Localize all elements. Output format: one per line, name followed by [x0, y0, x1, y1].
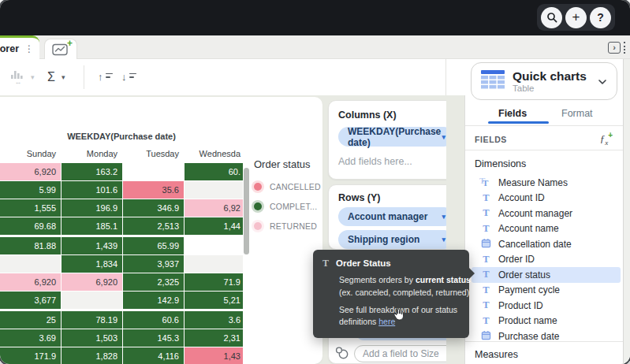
pill-caret-icon[interactable]: ▾	[442, 236, 445, 243]
legend-item[interactable]: CANCELLED	[254, 176, 322, 196]
heatmap-cell[interactable]: 145.3	[123, 329, 184, 347]
tab-explorer[interactable]: lorer ⋮	[0, 35, 39, 59]
active-tab-underline	[488, 121, 549, 124]
heatmap-cell[interactable]: 3,937	[123, 255, 184, 273]
field-item-purchase-date[interactable]: Purchase date	[472, 329, 621, 341]
heatmap-cell[interactable]: 196.9	[62, 199, 122, 217]
heatmap-cell[interactable]: 5,21	[185, 292, 243, 309]
chart-type-caret[interactable]: ▾	[31, 59, 35, 95]
tab-format[interactable]: Format	[561, 108, 593, 119]
field-item-account-name[interactable]: TAccount name	[472, 221, 621, 237]
chevron-down-icon[interactable]	[598, 74, 607, 88]
collapse-panel-button[interactable]: ›	[608, 42, 625, 54]
legend-item[interactable]: RETURNED	[254, 216, 322, 236]
heatmap-cell[interactable]: 6,920	[0, 273, 61, 291]
legend: Order status CANCELLEDCOMPLET...RETURNED	[254, 158, 322, 236]
heatmap-cell[interactable]: 69.68	[0, 217, 61, 235]
sort-descending-button[interactable]: ↓	[121, 59, 136, 95]
pill-caret-icon[interactable]: ▾	[442, 213, 445, 221]
heatmap-cell[interactable]: 60.	[185, 163, 243, 180]
heatmap-cell[interactable]: 6,920	[62, 273, 122, 291]
heatmap-cell[interactable]: 1,439	[62, 237, 122, 254]
new-chart-tab[interactable]: +	[44, 39, 77, 60]
field-item-product-name[interactable]: TProduct name	[472, 314, 621, 329]
columns-add-field-placeholder[interactable]: Add fields here...	[338, 156, 453, 167]
heatmap-cell[interactable]	[185, 237, 243, 254]
heatmap-cell[interactable]: 1,828	[62, 347, 122, 364]
rows-field-pill[interactable]: Account manager▾	[338, 207, 453, 226]
field-item-account-manager[interactable]: TAccount manager	[472, 206, 621, 221]
heatmap-cell[interactable]: 3.69	[0, 329, 61, 347]
heatmap-cell[interactable]: 1,43	[185, 347, 243, 364]
heatmap-cell[interactable]: 4,116	[123, 347, 184, 364]
field-item-payment-cycle[interactable]: TPayment cycle	[472, 283, 621, 299]
heatmap-cell[interactable]: 71.9	[185, 273, 243, 291]
heatmap-column-field-title: WEEKDAY(Purchase date)	[0, 132, 243, 141]
heatmap-cell[interactable]: 6,92	[185, 199, 243, 217]
heatmap-cell[interactable]: 185.1	[62, 217, 122, 235]
rows-field-pill[interactable]: Shipping region▾	[338, 230, 453, 249]
heatmap-cell[interactable]: 1,44	[185, 217, 243, 235]
heatmap-cell[interactable]: 1,503	[62, 329, 122, 347]
heatmap-cell[interactable]	[0, 255, 61, 273]
field-item-account-id[interactable]: TAccount ID	[472, 191, 621, 206]
legend-item[interactable]: COMPLET...	[254, 196, 322, 216]
chart-type-picker[interactable]: Quick charts Table	[471, 62, 617, 100]
heatmap-cell[interactable]: 163.2	[62, 163, 122, 180]
pill-caret-icon[interactable]: ▾	[442, 133, 445, 141]
text-type-icon: T	[481, 192, 491, 204]
help-button[interactable]: ?	[590, 7, 611, 28]
heatmap-cell[interactable]: 60.6	[123, 311, 184, 329]
heatmap-cell[interactable]	[62, 292, 122, 309]
heatmap-cell[interactable]: 81.88	[0, 237, 61, 254]
heatmap-cell[interactable]: 2,325	[123, 273, 184, 291]
search-button[interactable]	[541, 7, 562, 28]
panel-divider	[446, 125, 630, 126]
tooltip-arrow	[468, 267, 475, 280]
heatmap-cell[interactable]: 142.9	[123, 292, 184, 309]
field-item-cancellation-date[interactable]: Cancellation date	[472, 236, 621, 252]
heatmap-cell[interactable]: 25	[0, 311, 61, 329]
size-field-input[interactable]: Add a field to Size	[354, 345, 457, 362]
kebab-menu-icon[interactable]: ⋮	[24, 44, 34, 54]
add-formula-icon[interactable]: ƒx+	[600, 131, 613, 147]
chart-add-icon: +	[52, 43, 69, 56]
chart-type-button[interactable]: ↔	[10, 59, 26, 95]
tab-fields[interactable]: Fields	[498, 108, 527, 119]
heatmap-cell[interactable]: 5.99	[0, 181, 61, 199]
heatmap-cell[interactable]: 78.19	[62, 311, 122, 329]
heatmap-cell[interactable]	[185, 255, 243, 273]
text-type-icon: T	[481, 207, 491, 219]
heatmap-cell[interactable]	[123, 163, 184, 180]
heatmap-cell[interactable]: 1,555	[0, 199, 61, 217]
field-item-label: Product name	[498, 315, 557, 326]
vertical-scrollbar[interactable]	[244, 168, 249, 254]
heatmap-cell[interactable]: 6,920	[0, 163, 61, 180]
field-item-order-status[interactable]: TOrder status	[472, 267, 621, 283]
field-item-label: Measure Names	[498, 177, 568, 188]
aggregate-button[interactable]: Σ	[47, 59, 55, 95]
field-item-measure-names[interactable]: TTMeasure Names	[472, 175, 621, 191]
heatmap-cell[interactable]: 65.99	[123, 237, 184, 254]
columns-field-pill[interactable]: WEEKDAY(Purchase date) ▾	[338, 127, 453, 147]
heatmap-cell[interactable]: 35.6	[123, 181, 184, 199]
heatmap-cell[interactable]: 3.6	[185, 311, 243, 329]
sort-ascending-button[interactable]: ↑	[98, 59, 113, 95]
add-button[interactable]: +	[565, 7, 587, 28]
heatmap-cell[interactable]	[185, 181, 243, 199]
heatmap-cell[interactable]: 2,513	[123, 217, 184, 235]
heatmap-cell[interactable]: 2,31	[185, 329, 243, 347]
field-item-order-id[interactable]: TOrder ID	[472, 252, 621, 268]
aggregate-caret[interactable]: ▾	[62, 59, 65, 95]
chart-picker-title: Quick charts	[513, 69, 587, 83]
heatmap-cell[interactable]: 1,834	[62, 255, 122, 273]
tab-strip: lorer ⋮ + ›	[0, 35, 630, 59]
heatmap-cell[interactable]: 346.9	[123, 199, 184, 217]
heatmap-cell[interactable]: 101.6	[62, 181, 122, 199]
field-item-label: Account ID	[498, 192, 545, 203]
field-item-product-id[interactable]: TProduct ID	[472, 298, 621, 314]
heatmap-row: 81.881,43965.99	[0, 237, 243, 254]
heatmap-cell[interactable]: 171.9	[0, 347, 61, 364]
heatmap-cell[interactable]: 3,677	[0, 292, 61, 309]
heatmap-column-headers: SundayMondayTuesdayWednesda	[0, 149, 243, 158]
